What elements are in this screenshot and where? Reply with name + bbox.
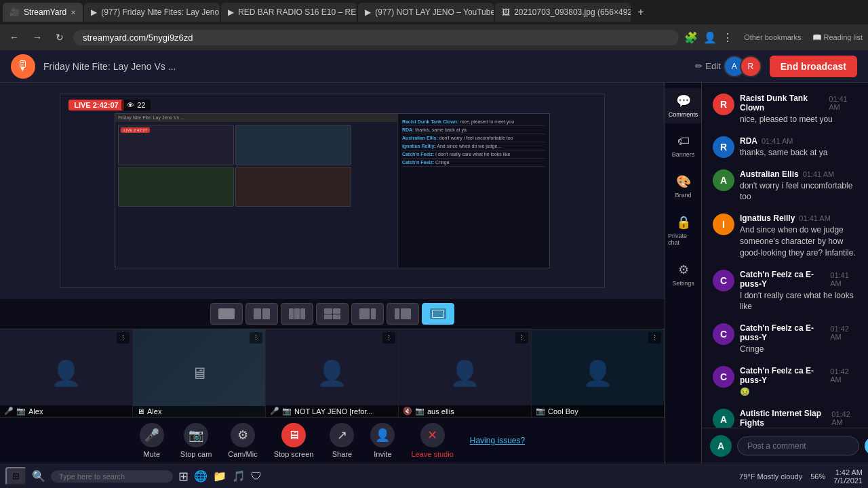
comment-input[interactable] [737, 436, 859, 455]
avatar: A [713, 169, 734, 191]
participant-video-screen: 🖥 [133, 329, 265, 417]
tab-youtube2[interactable]: ▶ (977) NOT LAY JENO – YouTube ✕ [358, 3, 494, 22]
participant-controls: ⋮ [515, 332, 528, 344]
tab-streamyard[interactable]: 🎥 StreamYard ✕ [3, 3, 83, 22]
comment-body: Catch'n Feelz ca E-puss-Y 01:42 AM 🤢 [740, 366, 857, 398]
participant-menu-btn[interactable]: ⋮ [117, 332, 130, 344]
share-button[interactable]: ↗ Share [330, 423, 354, 458]
sidebar-item-label: Brand [675, 192, 691, 199]
sidebar-item-label: Settings [672, 280, 694, 287]
sidebar-item-settings[interactable]: ⚙ Settings [665, 257, 701, 292]
comment-text: And since when do we judge someone's cha… [740, 224, 857, 258]
tab-favicon: ▶ [228, 7, 234, 17]
chat-send-button[interactable]: Chat [865, 437, 868, 455]
taskbar: ⊞ 🔍 ⊞ 🌐 📁 🎵 🛡 79°F Mostly cloudy 56% 1:4… [0, 464, 868, 488]
participant-menu-btn[interactable]: ⋮ [382, 332, 395, 344]
stop-screen-button[interactable]: 🖥 Stop screen [274, 423, 314, 458]
comment-text: 🤢 [740, 386, 857, 398]
participant-notlayjeno[interactable]: 👤 ⋮ 🎤 📷 NOT LAY JENO [refor... [266, 329, 399, 417]
tab-favicon: ▶ [365, 7, 371, 17]
participant-controls: ⋮ [250, 332, 262, 344]
mute-button[interactable]: 🎤 Mute [140, 423, 164, 458]
menu-icon[interactable]: ⋮ [722, 31, 733, 44]
comments-icon: 💬 [676, 94, 691, 108]
layout-btn-5[interactable] [351, 303, 384, 325]
end-broadcast-button[interactable]: End broadcast [770, 56, 857, 77]
having-issues-link[interactable]: Having issues? [470, 436, 525, 445]
reading-list-link[interactable]: 📖 Reading list [812, 33, 863, 42]
tab-close-btn[interactable]: ✕ [71, 9, 76, 16]
layout-btn-2[interactable] [245, 303, 278, 325]
new-tab-button[interactable]: + [632, 6, 649, 18]
taskbar-time: 1:42 AM 7/1/2021 [833, 468, 863, 485]
participant-name: Cool Boy [548, 407, 578, 415]
cam-mic-button[interactable]: ⚙ Cam/Mic [228, 423, 257, 458]
screen-share-icon: 🖥 [191, 364, 208, 383]
sidebar-item-banners[interactable]: 🏷 Banners [665, 129, 701, 163]
taskbar-app-icon-2[interactable]: 🛡 [251, 470, 262, 483]
participant-name: NOT LAY JENO [refor... [294, 407, 373, 415]
tab-label: StreamYard [24, 7, 66, 17]
brand-icon: 🎨 [676, 174, 691, 189]
stop-cam-button[interactable]: 📷 Stop cam [180, 423, 212, 458]
tab-favicon: ▶ [91, 7, 97, 17]
participant-menu-btn[interactable]: ⋮ [250, 332, 262, 344]
other-bookmarks-link[interactable]: Other bookmarks [744, 33, 801, 41]
cam-icon: 📷 [184, 423, 208, 447]
address-bar[interactable] [73, 30, 679, 45]
layout-btn-4[interactable] [316, 303, 349, 325]
taskbar-app-icon-1[interactable]: 🎵 [232, 470, 245, 483]
taskbar-search-input[interactable] [51, 470, 173, 483]
participant-coolboy[interactable]: 👤 ⋮ 📷 Cool Boy [532, 329, 665, 417]
comment-username: Catch'n Feelz ca E-puss-Y [740, 270, 826, 289]
sidebar-item-comments[interactable]: 💬 Comments [665, 88, 701, 123]
participant-aussellis[interactable]: 👤 ⋮ 🔇 📷 aus ellis [399, 329, 532, 417]
comment-meta: Australian Ellis 01:41 AM [740, 169, 857, 179]
layout-btn-7[interactable] [422, 303, 454, 325]
participant-alex-webcam[interactable]: 👤 ⋮ 🎤 📷 Alex [0, 329, 133, 417]
extensions-icon[interactable]: 🧩 [684, 31, 698, 44]
start-button[interactable]: ⊞ [5, 467, 26, 485]
list-item: R RDA 01:41 AM thanks, same back at ya [702, 131, 868, 164]
person-silhouette: 👤 [317, 359, 347, 388]
taskbar-apps-icon[interactable]: ⊞ [178, 469, 189, 484]
cam-mic-label: Cam/Mic [228, 450, 257, 458]
preview-screen: LIVE 2:42:07 👁 22 Friday Nite Fite: Lay … [0, 83, 665, 299]
comment-text: nice, pleased to meet you [740, 114, 857, 125]
tab-image[interactable]: 🖼 20210703_093803.jpg (656×492) ✕ [495, 3, 631, 22]
sidebar-item-brand[interactable]: 🎨 Brand [665, 169, 701, 204]
leave-icon: ✕ [420, 423, 445, 447]
participant-video-aussellis: 👤 [399, 329, 531, 417]
leave-studio-button[interactable]: ✕ Leave studio [411, 423, 453, 458]
back-button[interactable]: ← [5, 30, 23, 44]
forward-button[interactable]: → [28, 30, 46, 44]
profile-icon[interactable]: 👤 [703, 31, 717, 44]
tab-youtube1[interactable]: ▶ (977) Friday Nite Fites: Lay Jeno... ✕ [84, 3, 220, 22]
comment-username: Catch'n Feelz ca E-puss-Y [740, 366, 826, 385]
participant-menu-btn[interactable]: ⋮ [515, 332, 528, 344]
taskbar-browser-icon[interactable]: 🌐 [194, 470, 208, 483]
sidebar-item-private-chat[interactable]: 🔒 Private chat [665, 209, 701, 251]
invite-button[interactable]: 👤 Invite [370, 423, 395, 458]
app-logo: 🎙 [11, 54, 35, 79]
participant-video-alex: 👤 [0, 329, 132, 417]
participant-menu-btn[interactable]: ⋮ [648, 332, 661, 344]
comment-time: 01:41 AM [830, 271, 857, 287]
private-chat-icon: 🔒 [676, 215, 691, 230]
comment-meta: Catch'n Feelz ca E-puss-Y 01:42 AM [740, 323, 857, 342]
layout-btn-1[interactable] [210, 303, 243, 325]
reload-button[interactable]: ↻ [52, 30, 68, 44]
video-preview: LIVE 2:42:07 👁 22 Friday Nite Fite: Lay … [0, 83, 665, 299]
tab-redbar[interactable]: ▶ RED BAR RADIO S16 E10 – RED... ✕ [221, 3, 357, 22]
browser-chrome: 🎥 StreamYard ✕ ▶ (977) Friday Nite Fites… [0, 0, 868, 50]
edit-button[interactable]: ✏ Edit [695, 61, 720, 71]
comment-time: 01:42 AM [831, 410, 857, 426]
tab-label: (977) Friday Nite Fites: Lay Jeno... [101, 7, 220, 17]
layout-btn-6[interactable] [387, 303, 419, 325]
layout-btn-3[interactable] [281, 303, 313, 325]
taskbar-file-icon[interactable]: 📁 [213, 470, 226, 483]
nested-chat-panel: Racist Dunk Tank Clown: nice, pleased to… [397, 114, 549, 267]
settings-icon: ⚙ [678, 262, 689, 277]
stop-screen-label: Stop screen [274, 450, 314, 458]
participant-alex-screen[interactable]: 🖥 ⋮ 🖥 Alex [133, 329, 266, 417]
